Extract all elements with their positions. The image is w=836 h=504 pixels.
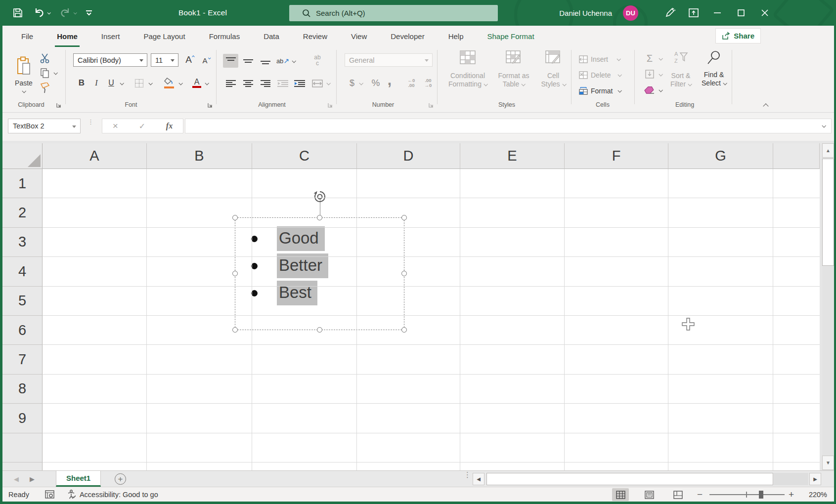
- fill-button[interactable]: [643, 68, 656, 81]
- font-color-button[interactable]: A: [190, 76, 203, 90]
- page-break-preview-button[interactable]: [669, 488, 686, 501]
- maximize-button[interactable]: [729, 0, 753, 26]
- whats-new-icon[interactable]: [658, 0, 682, 26]
- status-mode[interactable]: Ready: [8, 491, 29, 499]
- sort-filter-button[interactable]: AZ Sort & Filter: [663, 50, 699, 100]
- copy-button[interactable]: [38, 67, 52, 80]
- row-header-9[interactable]: 9: [2, 404, 43, 433]
- number-format-combo[interactable]: General: [345, 53, 433, 67]
- accounting-format-button[interactable]: $: [347, 77, 357, 89]
- tab-developer[interactable]: Developer: [379, 26, 436, 47]
- column-header-C[interactable]: C: [252, 143, 357, 169]
- increase-decimal-button[interactable]: ←0 .00: [404, 77, 419, 89]
- name-box[interactable]: TextBox 2: [8, 119, 81, 133]
- format-cells-button[interactable]: Format: [579, 84, 621, 97]
- row-header-partial[interactable]: [2, 433, 43, 462]
- accounting-format-dropdown[interactable]: [359, 81, 363, 85]
- row-header-5[interactable]: 5: [2, 287, 43, 316]
- paste-button[interactable]: Paste: [9, 51, 38, 98]
- resize-handle-top-middle[interactable]: [317, 215, 322, 220]
- merge-center-dropdown[interactable]: [326, 81, 330, 85]
- formula-bar-resizer[interactable]: ⋮: [88, 120, 92, 124]
- fill-color-dropdown[interactable]: [178, 81, 182, 85]
- autosum-button[interactable]: Σ: [643, 52, 656, 65]
- sheet-tab-active[interactable]: Sheet1: [56, 471, 101, 487]
- borders-button[interactable]: [132, 77, 146, 89]
- fill-color-button[interactable]: [162, 76, 176, 90]
- normal-view-button[interactable]: [612, 488, 629, 501]
- expand-formula-bar-icon[interactable]: [822, 124, 826, 127]
- cut-button[interactable]: [38, 52, 52, 65]
- bold-button[interactable]: B: [76, 77, 88, 89]
- formula-input[interactable]: [185, 119, 832, 133]
- zoom-out-button[interactable]: −: [697, 487, 703, 502]
- orientation-button[interactable]: ab↗: [275, 54, 290, 68]
- next-sheet-icon[interactable]: ▶: [30, 475, 35, 483]
- insert-function-icon[interactable]: fx: [166, 122, 173, 130]
- alignment-dialog-launcher[interactable]: [327, 102, 333, 108]
- column-header-partial[interactable]: [773, 143, 820, 169]
- merge-center-button[interactable]: [310, 77, 325, 90]
- clipboard-dialog-launcher[interactable]: [56, 102, 62, 108]
- share-button[interactable]: Share: [715, 28, 761, 43]
- resize-handle-bottom-right[interactable]: [401, 327, 407, 333]
- tab-help[interactable]: Help: [437, 26, 476, 47]
- collapse-ribbon-button[interactable]: [763, 103, 768, 109]
- column-header-B[interactable]: B: [147, 143, 252, 169]
- decrease-indent-button[interactable]: [275, 77, 290, 90]
- column-header-E[interactable]: E: [460, 143, 565, 169]
- save-icon[interactable]: [12, 7, 24, 19]
- scroll-up-button[interactable]: ▲: [822, 143, 834, 158]
- macro-record-icon[interactable]: [45, 490, 54, 499]
- search-input[interactable]: Search (Alt+Q): [289, 5, 498, 21]
- hscroll-left-button[interactable]: ◀: [473, 473, 484, 485]
- column-header-G[interactable]: G: [668, 143, 773, 169]
- vertical-scrollbar[interactable]: ▲ ▼: [822, 143, 834, 470]
- rotate-handle[interactable]: [313, 190, 326, 203]
- row-header-1[interactable]: 1: [2, 169, 43, 198]
- user-name[interactable]: Daniel Uchenna: [559, 9, 612, 17]
- horizontal-scroll-track[interactable]: [774, 473, 808, 485]
- row-header-3[interactable]: 3: [2, 228, 43, 257]
- italic-button[interactable]: I: [90, 77, 102, 89]
- clear-dropdown[interactable]: [659, 88, 662, 92]
- tab-shape-format[interactable]: Shape Format: [476, 26, 546, 47]
- find-select-button[interactable]: Find & Select: [697, 50, 731, 100]
- new-sheet-button[interactable]: +: [115, 473, 126, 485]
- wrap-text-button[interactable]: ab c: [309, 52, 326, 69]
- column-header-F[interactable]: F: [565, 143, 668, 169]
- zoom-slider-handle[interactable]: [759, 491, 763, 499]
- vertical-scroll-thumb[interactable]: [822, 159, 834, 266]
- row-header-4[interactable]: 4: [2, 257, 43, 286]
- select-all-button[interactable]: [2, 143, 43, 169]
- resize-handle-bottom-middle[interactable]: [317, 327, 322, 333]
- close-button[interactable]: [753, 0, 777, 26]
- zoom-level[interactable]: 220%: [799, 487, 827, 502]
- resize-handle-bottom-left[interactable]: [232, 327, 238, 333]
- top-align-button[interactable]: [223, 54, 238, 68]
- number-dialog-launcher[interactable]: [428, 102, 434, 108]
- tab-view[interactable]: View: [339, 26, 379, 47]
- underline-dropdown[interactable]: [120, 81, 124, 85]
- decrease-decimal-button[interactable]: .00 →0: [421, 77, 436, 89]
- customize-quick-access-icon[interactable]: [85, 9, 93, 17]
- clear-button[interactable]: [643, 84, 656, 96]
- increase-indent-button[interactable]: [292, 77, 307, 90]
- comma-style-button[interactable]: ,: [384, 74, 395, 86]
- row-header-2[interactable]: 2: [2, 198, 43, 227]
- grow-font-button[interactable]: A: [182, 53, 197, 67]
- horizontal-scroll-thumb[interactable]: [486, 473, 773, 485]
- tab-insert[interactable]: Insert: [89, 26, 132, 47]
- tab-page-layout[interactable]: Page Layout: [132, 26, 197, 47]
- row-header-7[interactable]: 7: [2, 345, 43, 374]
- delete-cells-button[interactable]: Delete: [579, 69, 621, 82]
- align-left-button[interactable]: [223, 77, 238, 90]
- hscroll-right-button[interactable]: ▶: [809, 473, 821, 485]
- zoom-in-button[interactable]: +: [789, 487, 794, 502]
- tab-formulas[interactable]: Formulas: [197, 26, 252, 47]
- cancel-icon[interactable]: ×: [113, 121, 118, 131]
- row-header-8[interactable]: 8: [2, 375, 43, 404]
- accessibility-status[interactable]: Accessibility: Good to go: [67, 490, 158, 499]
- scroll-down-button[interactable]: ▼: [822, 456, 834, 470]
- align-center-button[interactable]: [240, 77, 256, 90]
